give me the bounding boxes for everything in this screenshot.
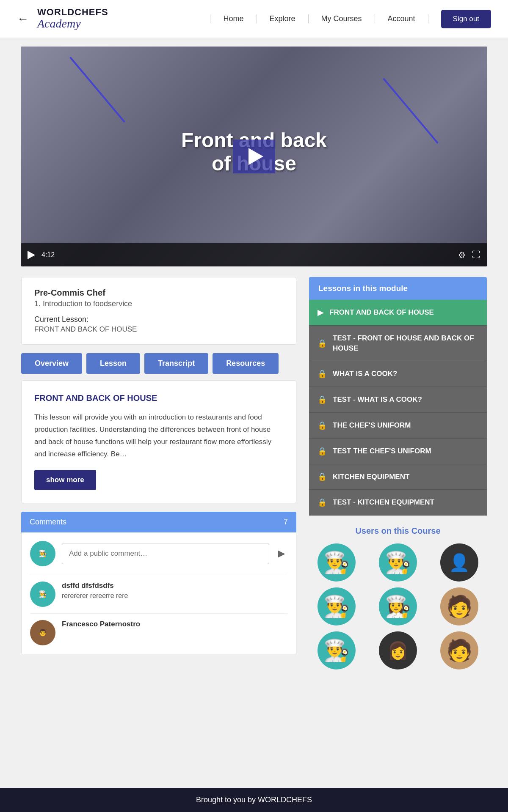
nav-explore[interactable]: Explore	[257, 14, 309, 23]
tab-lesson[interactable]: Lesson	[86, 353, 140, 374]
deco-line-right	[383, 78, 439, 144]
lesson-label-6: KITCHEN EQUIPMENT	[333, 472, 409, 482]
comment-input[interactable]	[62, 543, 269, 564]
play-triangle-icon	[248, 148, 263, 165]
lesson-label-1: Test - Front of house and back of house	[333, 333, 478, 354]
lesson-label-5: Test The chef's uniform	[333, 446, 431, 456]
course-name: Pre-Commis Chef	[34, 288, 283, 298]
comments-section: Comments 7 👨‍🍳 ► 👨‍🍳	[21, 512, 296, 654]
lock-icon-4: 🔒	[318, 421, 327, 430]
lesson-item-3[interactable]: 🔒 Test - What is a cook?	[309, 387, 487, 413]
comment-avatar-icon-1: 👨	[39, 628, 47, 636]
user-avatar-1: 👨‍🍳	[379, 543, 417, 582]
video-fullscreen-icon[interactable]: ⛶	[472, 250, 480, 260]
comments-body: 👨‍🍳 ► 👨‍🍳 dsffd dfsfdsdfs rerererer rere…	[21, 532, 296, 654]
play-button-overlay[interactable]	[233, 140, 275, 173]
lessons-module-header: Lessons in this module	[309, 277, 487, 300]
lesson-label-3: Test - What is a cook?	[333, 395, 422, 405]
right-column: Lessons in this module ▶ FRONT AND BACK …	[309, 277, 487, 669]
tab-overview[interactable]: Overview	[21, 353, 82, 374]
current-user-avatar: 👨‍🍳	[30, 541, 55, 566]
nav-home[interactable]: Home	[210, 14, 257, 23]
back-button[interactable]: ←	[17, 12, 29, 26]
user-avatar-3: 👨‍🍳	[318, 587, 356, 625]
lesson-item-7[interactable]: 🔒 Test - Kitchen equipment	[309, 490, 487, 516]
user-avatar-5: 🧑	[440, 587, 478, 625]
user-avatar-0: 👨‍🍳	[318, 543, 356, 582]
lock-icon-5: 🔒	[318, 447, 327, 456]
comment-item: 👨 Francesco Paternostro	[30, 613, 287, 645]
video-play-icon[interactable]	[28, 251, 35, 259]
comment-author-0: dsffd dfsfdsdfs	[62, 582, 287, 590]
header: ← WORLDCHEFS Academy Home Explore My Cou…	[0, 0, 508, 38]
logo-academy: Academy	[37, 17, 108, 30]
lesson-item-2[interactable]: 🔒 WHAT IS A COOK?	[309, 361, 487, 387]
users-header: Users on this Course	[309, 526, 487, 536]
lesson-tabs: Overview Lesson Transcript Resources	[21, 353, 296, 374]
main-content: Front and backof house 4:12 ⚙ ⛶ Pre-Comm…	[0, 38, 508, 695]
video-controls-bar: 4:12 ⚙ ⛶	[21, 243, 487, 266]
lessons-module-list: Lessons in this module ▶ FRONT AND BACK …	[309, 277, 487, 516]
lesson-label-0: FRONT AND BACK OF HOUSE	[329, 307, 434, 318]
lock-icon-6: 🔒	[318, 472, 327, 481]
user-avatar-2: 👤	[440, 543, 478, 582]
lesson-item-6[interactable]: 🔒 KITCHEN EQUIPMENT	[309, 464, 487, 490]
logo-worldchefs: WORLDCHEFS	[37, 7, 108, 17]
show-more-button[interactable]: show more	[34, 470, 96, 490]
footer-text: Brought to you by WORLDCHEFS	[196, 796, 312, 804]
lesson-label-2: WHAT IS A COOK?	[333, 369, 397, 379]
lesson-description: This lesson will provide you with an int…	[34, 411, 283, 461]
tab-transcript[interactable]: Transcript	[144, 353, 208, 374]
main-nav: Home Explore My Courses Account	[210, 14, 428, 23]
lesson-item-1[interactable]: 🔒 Test - Front of house and back of hous…	[309, 326, 487, 362]
comment-item: 👨‍🍳 dsffd dfsfdsdfs rerererer rereerre r…	[30, 575, 287, 607]
current-user-avatar-icon: 👨‍🍳	[39, 549, 47, 557]
lesson-item-0[interactable]: ▶ FRONT AND BACK OF HOUSE	[309, 300, 487, 326]
video-settings-icon[interactable]: ⚙	[458, 250, 466, 260]
comment-input-row: 👨‍🍳 ►	[30, 541, 287, 566]
comment-avatar-1: 👨	[30, 620, 55, 645]
comment-text-0: rerererer rereerre rere	[62, 592, 287, 600]
nav-account[interactable]: Account	[375, 14, 428, 23]
comment-avatar-icon-0: 👨‍🍳	[39, 590, 47, 598]
lesson-label-4: THE CHEF'S UNIFORM	[333, 420, 411, 431]
current-lesson-label: Current Lesson:	[34, 315, 283, 324]
user-avatar-8: 🧑	[440, 631, 478, 669]
logo: WORLDCHEFS Academy	[37, 7, 108, 30]
comments-header: Comments 7	[21, 512, 296, 532]
comment-content-1: Francesco Paternostro	[62, 620, 287, 645]
user-avatar-6: 👨‍🍳	[318, 631, 356, 669]
comment-avatar-0: 👨‍🍳	[30, 582, 55, 607]
lock-icon-3: 🔒	[318, 395, 327, 404]
left-column: Pre-Commis Chef 1. Introduction to foods…	[21, 277, 296, 669]
lesson-item-4[interactable]: 🔒 THE CHEF'S UNIFORM	[309, 413, 487, 439]
comment-content-0: dsffd dfsfdsdfs rerererer rereerre rere	[62, 582, 287, 607]
comments-label: Comments	[30, 518, 66, 527]
lock-icon-2: 🔒	[318, 369, 327, 379]
lesson-title: FRONT AND BACK OF HOUSE	[34, 393, 283, 403]
current-lesson-value: FRONT AND BACK OF HOUSE	[34, 325, 283, 334]
lock-icon-7: 🔒	[318, 498, 327, 507]
video-time: 4:12	[41, 251, 452, 259]
send-comment-button[interactable]: ►	[276, 547, 287, 560]
video-background: Front and backof house	[21, 47, 487, 266]
user-avatar-7: 👩	[379, 631, 417, 669]
users-section: Users on this Course 👨‍🍳 👨‍🍳 👤 👨‍🍳 👩‍🍳 🧑…	[309, 526, 487, 669]
play-icon-active: ▶	[318, 308, 323, 317]
course-info-box: Pre-Commis Chef 1. Introduction to foods…	[21, 277, 296, 345]
nav-my-courses[interactable]: My Courses	[309, 14, 375, 23]
deco-line-left	[69, 57, 125, 123]
users-grid: 👨‍🍳 👨‍🍳 👤 👨‍🍳 👩‍🍳 🧑 👨‍🍳 👩 🧑	[309, 543, 487, 669]
lesson-item-5[interactable]: 🔒 Test The chef's uniform	[309, 439, 487, 464]
comment-author-1: Francesco Paternostro	[62, 620, 287, 628]
comments-count: 7	[284, 518, 288, 527]
two-column-layout: Pre-Commis Chef 1. Introduction to foods…	[21, 277, 487, 669]
tab-resources[interactable]: Resources	[213, 353, 279, 374]
lesson-label-7: Test - Kitchen equipment	[333, 497, 434, 508]
video-player[interactable]: Front and backof house 4:12 ⚙ ⛶	[21, 47, 487, 266]
course-module: 1. Introduction to foodservice	[34, 299, 283, 308]
sign-out-button[interactable]: Sign out	[441, 10, 491, 28]
lesson-content-box: FRONT AND BACK OF HOUSE This lesson will…	[21, 380, 296, 503]
footer: Brought to you by WORLDCHEFS	[0, 788, 508, 812]
lock-icon-1: 🔒	[318, 339, 327, 348]
